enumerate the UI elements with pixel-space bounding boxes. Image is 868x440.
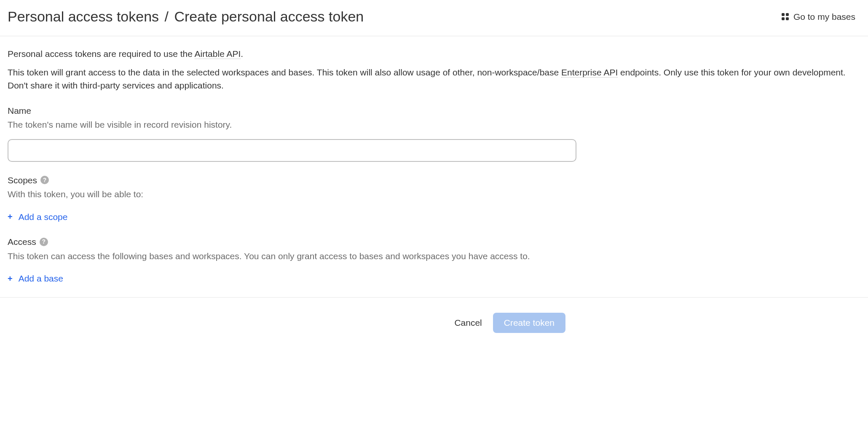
create-token-button[interactable]: Create token [493,313,565,333]
help-icon[interactable]: ? [40,238,48,246]
go-to-bases-link[interactable]: Go to my bases [782,10,860,24]
go-to-bases-label: Go to my bases [793,10,855,24]
grid-icon [782,13,789,21]
add-base-label: Add a base [19,272,63,285]
page-header: Personal access tokens / Create personal… [0,0,868,36]
scopes-help-text: With this token, you will be able to: [8,188,860,201]
add-base-button[interactable]: + Add a base [8,272,63,285]
name-section: Name The token's name will be visible in… [8,104,860,162]
name-help-text: The token's name will be visible in reco… [8,118,860,131]
breadcrumb-parent[interactable]: Personal access tokens [8,8,159,24]
plus-icon: + [8,212,13,221]
breadcrumb-separator: / [165,8,169,24]
breadcrumb: Personal access tokens / Create personal… [8,6,364,27]
access-label: Access [8,235,36,249]
breadcrumb-current: Create personal access token [174,8,364,24]
access-help-text: This token can access the following base… [8,250,860,263]
cancel-button[interactable]: Cancel [454,318,482,328]
enterprise-api-link[interactable]: Enterprise API [561,67,618,78]
plus-icon: + [8,274,13,283]
add-scope-button[interactable]: + Add a scope [8,210,67,224]
name-input[interactable] [8,139,576,162]
scopes-section: Scopes ? With this token, you will be ab… [8,174,860,224]
access-section: Access ? This token can access the follo… [8,235,860,285]
scopes-label: Scopes [8,174,37,187]
intro-text: Personal access tokens are required to u… [8,47,860,92]
name-label: Name [8,104,860,118]
help-icon[interactable]: ? [40,176,49,184]
footer-actions: Cancel Create token [0,298,573,341]
airtable-api-link[interactable]: Airtable API [195,49,241,59]
add-scope-label: Add a scope [19,210,68,224]
